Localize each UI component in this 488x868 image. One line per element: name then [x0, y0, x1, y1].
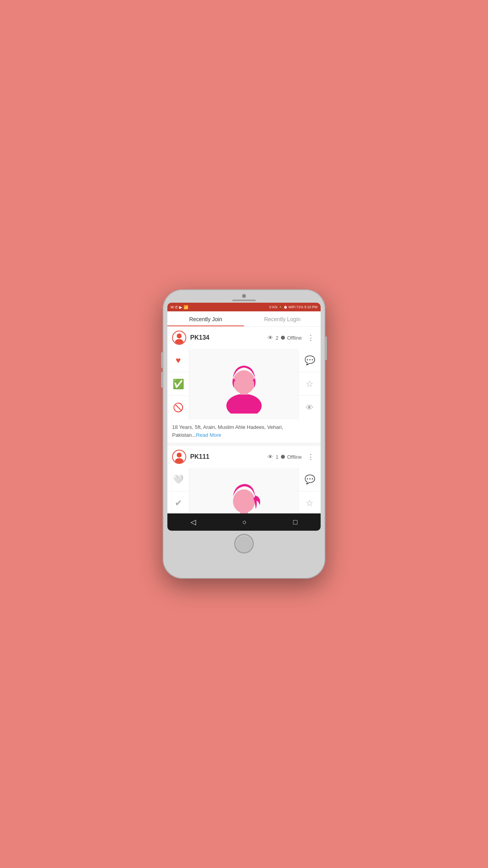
card-header-pk134: PK134 👁 2 Offline ⋮	[167, 327, 321, 349]
phone-frame: ✉ ✆ ▶ 📶 0 K/s 🔕 ⏰ WiFi 71% 5:10 PM Recen…	[163, 289, 325, 579]
svg-point-4	[233, 370, 255, 394]
card-header-pk111: PK111 👁 1 Offline ⋮	[167, 446, 321, 468]
svg-point-6	[175, 458, 183, 463]
alarm-icon: ⏰	[283, 305, 288, 309]
eye-icon-pk134: 👁	[268, 335, 273, 341]
tab-recently-join[interactable]: Recently Join	[167, 311, 244, 326]
right-actions-pk134: 💬 ☆ 👁	[299, 349, 321, 419]
youtube-icon: ▶	[179, 305, 182, 309]
check-icon-pk111: ✔	[175, 498, 182, 508]
avatar-pk111[interactable]	[172, 450, 186, 464]
recents-button[interactable]: □	[293, 518, 297, 526]
views-pk111: 1	[275, 454, 278, 460]
home-button[interactable]: ○	[242, 518, 247, 526]
favorite-button-pk111[interactable]: ☆	[299, 491, 321, 513]
status-dot-pk111	[281, 455, 285, 459]
star-icon-pk111: ☆	[306, 498, 314, 508]
call-icon: ✆	[175, 305, 178, 309]
svg-point-5	[177, 452, 182, 457]
chat-button-pk111[interactable]: 💬	[299, 468, 321, 491]
avatar-pk134[interactable]	[172, 331, 186, 345]
views-pk134: 2	[275, 335, 278, 341]
signal-icon: 📶	[183, 305, 188, 309]
card-footer-pk134: 18 Years, 5ft, Arain, Muslim Ahle Hadees…	[167, 419, 321, 443]
star-icon-pk134: ☆	[306, 379, 314, 389]
speaker	[232, 300, 256, 301]
left-actions-pk111: 🤍 ✔ 🚫	[167, 468, 189, 513]
right-actions-pk111: 💬 ☆ 👁	[299, 468, 321, 513]
view-button-pk134[interactable]: 👁	[299, 396, 321, 419]
mute-icon: 🔕	[278, 305, 283, 309]
card-body-pk134: ♥ ✅ 🚫	[167, 349, 321, 419]
meta-pk111: 👁 1 Offline	[268, 454, 302, 460]
tab-recently-login[interactable]: Recently Login	[244, 311, 321, 326]
android-nav-bar: ◁ ○ □	[167, 513, 321, 531]
more-options-pk134[interactable]: ⋮	[306, 333, 316, 342]
card-body-pk111: 🤍 ✔ 🚫	[167, 468, 321, 513]
status-right-info: 0 K/s 🔕 ⏰ WiFi 71% 5:10 PM	[269, 305, 317, 309]
back-button[interactable]: ◁	[191, 518, 196, 526]
profile-image-pk111[interactable]	[189, 468, 299, 513]
profile-image-pk134[interactable]	[189, 349, 299, 419]
data-speed: 0 K/s	[269, 305, 277, 309]
like-button-pk134[interactable]: ♥	[167, 349, 189, 372]
svg-point-0	[177, 333, 182, 338]
battery-level: 71% 5:10 PM	[296, 305, 317, 309]
front-camera	[242, 294, 246, 298]
view-icon-pk134: 👁	[306, 403, 314, 412]
status-label-pk134: Offline	[287, 335, 302, 341]
svg-point-9	[233, 489, 255, 513]
like-button-pk111[interactable]: 🤍	[167, 468, 189, 491]
chat-icon-pk134: 💬	[305, 355, 315, 366]
eye-icon-pk111: 👁	[268, 454, 273, 460]
username-pk111: PK111	[190, 453, 264, 460]
chat-icon-pk111: 💬	[305, 474, 315, 485]
email-icon: ✉	[171, 305, 174, 309]
left-actions-pk134: ♥ ✅ 🚫	[167, 349, 189, 419]
meta-pk134: 👁 2 Offline	[268, 335, 302, 341]
heart-icon-pk111: 🤍	[173, 474, 183, 485]
chat-button-pk134[interactable]: 💬	[299, 349, 321, 372]
more-options-pk111[interactable]: ⋮	[306, 452, 316, 461]
heart-icon-pk134: ♥	[176, 355, 181, 366]
status-label-pk111: Offline	[287, 454, 302, 460]
favorite-button-pk134[interactable]: ☆	[299, 372, 321, 396]
svg-point-1	[175, 339, 183, 344]
block-icon-pk134: 🚫	[173, 403, 183, 413]
volume-down-button	[161, 372, 163, 388]
username-pk134: PK134	[190, 334, 264, 341]
avatar-svg-pk134	[220, 355, 268, 414]
check-icon-pk134: ✅	[172, 379, 184, 390]
profile-card-pk111: PK111 👁 1 Offline ⋮ 🤍	[167, 446, 321, 513]
profile-list[interactable]: PK134 👁 2 Offline ⋮ ♥	[167, 327, 321, 513]
read-more-pk134[interactable]: Read More	[196, 432, 221, 438]
approve-button-pk134[interactable]: ✅	[167, 372, 189, 396]
wifi-icon: WiFi	[288, 305, 295, 309]
avatar-svg-pk111	[220, 474, 268, 513]
power-button	[325, 337, 327, 360]
tab-bar: Recently Join Recently Login	[167, 311, 321, 327]
status-dot-pk134	[281, 336, 285, 340]
phone-screen: ✉ ✆ ▶ 📶 0 K/s 🔕 ⏰ WiFi 71% 5:10 PM Recen…	[167, 303, 321, 531]
home-button-physical[interactable]	[234, 534, 254, 554]
profile-description-pk134: 18 Years, 5ft, Arain, Muslim Ahle Hadees…	[172, 424, 283, 438]
approve-button-pk111[interactable]: ✔	[167, 491, 189, 513]
status-left-icons: ✉ ✆ ▶ 📶	[171, 305, 188, 309]
block-button-pk134[interactable]: 🚫	[167, 396, 189, 419]
status-bar: ✉ ✆ ▶ 📶 0 K/s 🔕 ⏰ WiFi 71% 5:10 PM	[167, 303, 321, 311]
svg-point-2	[226, 394, 262, 414]
volume-up-button	[161, 352, 163, 368]
profile-card-pk134: PK134 👁 2 Offline ⋮ ♥	[167, 327, 321, 443]
